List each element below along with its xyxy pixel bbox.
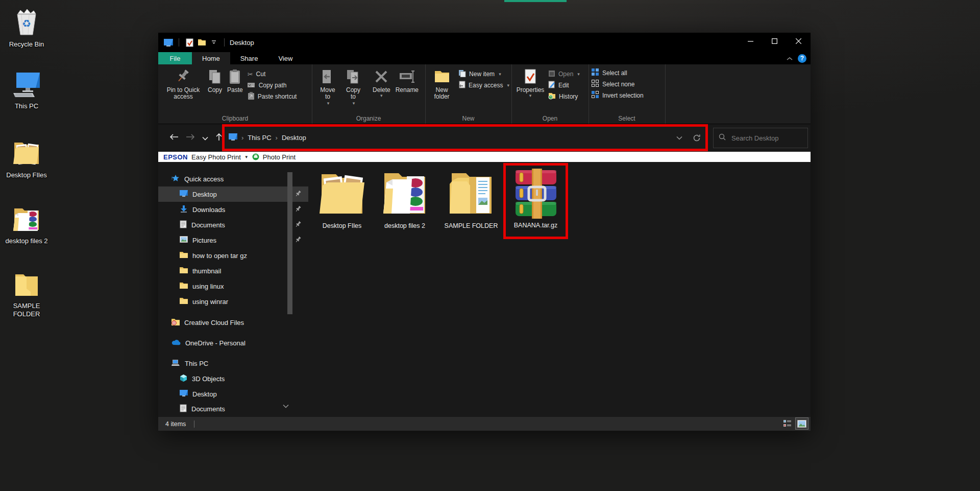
- cut-button[interactable]: ✂ Cut: [248, 68, 297, 80]
- titlebar[interactable]: Desktop: [158, 33, 811, 52]
- copy-button[interactable]: Copy: [205, 66, 225, 95]
- file-item-banana-tar-gz[interactable]: BANANA.tar.gz: [508, 169, 564, 229]
- file-label: desktop files 2: [384, 222, 425, 229]
- sidebar-item-using-linux[interactable]: using linux: [158, 278, 308, 294]
- sidebar-item-creative-cloud-files[interactable]: Creative Cloud Files: [158, 315, 300, 330]
- back-button[interactable]: [169, 133, 179, 143]
- sidebar-item-pictures[interactable]: Pictures: [158, 232, 308, 248]
- desktop-icon-recycle-bin[interactable]: ♻ Recycle Bin: [0, 8, 53, 49]
- tab-view[interactable]: View: [268, 52, 303, 64]
- delete-button[interactable]: Delete ▾: [370, 66, 393, 99]
- photo-print-button[interactable]: Photo Print: [263, 153, 296, 161]
- search-box[interactable]: [713, 128, 808, 148]
- winrar-archive-icon: [513, 169, 558, 221]
- sidebar-item-downloads[interactable]: Downloads: [158, 202, 308, 217]
- epson-app-menu[interactable]: Easy Photo Print: [191, 153, 241, 161]
- sidebar-item-how-to-open-tar-gz[interactable]: how to open tar gz: [158, 248, 308, 263]
- ribbon-group-new: New folder New item▾ Easy access▾ New: [425, 64, 512, 124]
- search-icon: [719, 133, 726, 143]
- sidebar-scroll-down-icon[interactable]: [283, 401, 289, 410]
- qat-new-folder-button[interactable]: [195, 36, 208, 49]
- sidebar-item-using-winrar[interactable]: using winrar: [158, 294, 308, 309]
- file-item-desktop-files[interactable]: Desktop FIles: [311, 166, 373, 229]
- edit-button[interactable]: Edit: [548, 80, 580, 91]
- sidebar-item-thumbnail[interactable]: thumbnail: [158, 263, 308, 278]
- rename-button[interactable]: Rename: [393, 66, 421, 95]
- desktop-icon-this-pc[interactable]: This PC: [0, 72, 53, 110]
- copy-to-button[interactable]: Copy to▾: [340, 66, 366, 108]
- details-view-button[interactable]: [781, 418, 794, 429]
- new-item-button[interactable]: New item▾: [458, 68, 509, 80]
- pictures-icon: [180, 236, 188, 244]
- invert-selection-button[interactable]: Invert selection: [592, 90, 644, 101]
- document-icon: [180, 404, 187, 414]
- photo-print-icon: [252, 153, 259, 160]
- breadcrumb-this-pc[interactable]: This PC: [248, 134, 271, 142]
- address-history-dropdown[interactable]: [671, 127, 688, 149]
- paste-icon: [229, 67, 241, 86]
- sidebar-item-3d-objects[interactable]: 3D Objects: [158, 371, 308, 386]
- breadcrumb-separator: ›: [241, 134, 243, 142]
- group-label-new: New: [425, 115, 511, 122]
- help-button[interactable]: ?: [798, 54, 806, 63]
- copy-icon: [208, 67, 222, 86]
- copy-to-icon: [346, 67, 360, 86]
- copy-path-button[interactable]: Copy path: [248, 80, 297, 91]
- sidebar-item-onedrive[interactable]: OneDrive - Personal: [158, 335, 300, 350]
- select-none-button[interactable]: Select none: [592, 79, 644, 90]
- easy-access-button[interactable]: Easy access▾: [458, 80, 509, 91]
- up-button[interactable]: [215, 133, 223, 143]
- desktop-icon-desktop-files[interactable]: Desktop FIles: [0, 138, 53, 179]
- dropdown-caret-icon: ▾: [529, 93, 532, 98]
- move-to-button[interactable]: Move to▾: [315, 66, 340, 108]
- pin-to-quick-access-button[interactable]: Pin to Quick access: [161, 66, 205, 101]
- tab-home[interactable]: Home: [192, 52, 230, 64]
- invert-selection-icon: [592, 91, 599, 100]
- qat-customize-dropdown[interactable]: [208, 36, 220, 49]
- desktop-icon-desktop-files-2[interactable]: desktop files 2: [0, 205, 53, 245]
- maximize-button[interactable]: [763, 33, 787, 49]
- sidebar-item-desktop-2[interactable]: Desktop: [158, 386, 308, 402]
- folder-icon: [180, 251, 188, 260]
- group-label-clipboard: Clipboard: [158, 115, 312, 122]
- qat-properties-button[interactable]: [183, 36, 195, 49]
- minimize-button[interactable]: [739, 33, 763, 49]
- sidebar-item-desktop[interactable]: Desktop: [158, 186, 308, 202]
- group-label-select: Select: [589, 115, 665, 122]
- paste-button[interactable]: Paste: [225, 66, 246, 95]
- sidebar-scrollbar-thumb[interactable]: [287, 172, 292, 314]
- select-all-button[interactable]: Select all: [592, 67, 644, 79]
- paste-shortcut-button[interactable]: Paste shortcut: [248, 91, 297, 102]
- epson-dropdown-caret-icon: ▼: [244, 155, 249, 159]
- folder-icon: [180, 282, 188, 290]
- recent-locations-dropdown[interactable]: [202, 133, 208, 143]
- sidebar-item-this-pc[interactable]: This PC: [158, 356, 300, 371]
- forward-button[interactable]: [186, 133, 195, 143]
- dropdown-caret-icon: ▾: [327, 100, 330, 107]
- sidebar-item-quick-access[interactable]: Quick access: [158, 171, 300, 186]
- properties-button[interactable]: Properties ▾: [514, 66, 546, 99]
- dropdown-caret-icon: ▾: [507, 83, 509, 88]
- history-icon: [548, 92, 556, 101]
- new-folder-button[interactable]: New folder: [428, 66, 455, 101]
- search-input[interactable]: [730, 134, 822, 143]
- move-to-icon: [321, 67, 335, 86]
- sidebar-item-documents[interactable]: Documents: [158, 217, 308, 232]
- epson-logo: EPSON: [163, 153, 188, 161]
- file-item-sample-folder[interactable]: SAMPLE FOLDER: [440, 166, 502, 229]
- file-label: Desktop FIles: [323, 222, 361, 229]
- file-item-desktop-files-2[interactable]: desktop files 2: [374, 166, 436, 229]
- breadcrumb-desktop[interactable]: Desktop: [282, 134, 306, 142]
- tab-share[interactable]: Share: [230, 52, 268, 64]
- breadcrumb-separator: ›: [276, 134, 278, 142]
- open-button[interactable]: Open▾: [548, 68, 580, 80]
- thumbnail-view-button[interactable]: [796, 418, 808, 429]
- close-button[interactable]: [787, 33, 811, 49]
- desktop-icon-sample-folder[interactable]: SAMPLE FOLDER: [0, 272, 53, 318]
- desktop-icon-label: This PC: [4, 102, 50, 110]
- tab-file[interactable]: File: [158, 52, 192, 64]
- history-button[interactable]: History: [548, 91, 580, 102]
- refresh-button[interactable]: [688, 127, 705, 149]
- collapse-ribbon-button[interactable]: [787, 54, 793, 63]
- pin-icon: [295, 237, 301, 244]
